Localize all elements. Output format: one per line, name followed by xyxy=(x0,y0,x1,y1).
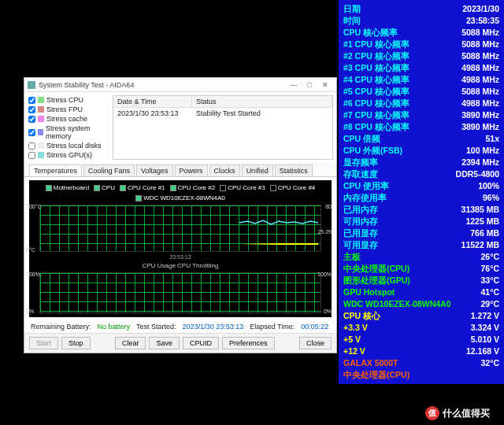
clear-button[interactable]: Clear xyxy=(115,337,146,349)
stress-option[interactable]: Stress CPU xyxy=(28,95,109,105)
stress-checkbox[interactable] xyxy=(28,129,35,136)
log-grid[interactable]: Date & Time Status 2023/1/30 23:53:13Sta… xyxy=(113,95,333,160)
osd-row: CPU 核心频率5088 MHz xyxy=(343,27,499,39)
legend-item[interactable]: CPU Core #2 xyxy=(170,184,216,191)
window-titlebar[interactable]: System Stability Test - AIDA64 — □ ✕ xyxy=(24,78,336,92)
osd-row: GPU Hotspot41°C xyxy=(343,286,499,298)
osd-row: 内存使用率96% xyxy=(343,192,499,204)
legend-item[interactable]: CPU Core #4 xyxy=(270,184,316,191)
cpu-usage-header: CPU Usage CPU Throttling xyxy=(32,261,329,271)
tab-statistics[interactable]: Statistics xyxy=(275,164,313,176)
tab-cooling-fans[interactable]: Cooling Fans xyxy=(83,164,135,176)
app-icon xyxy=(28,81,35,89)
aida64-window: System Stability Test - AIDA64 — □ ✕ Str… xyxy=(24,77,337,353)
osd-row: +3.3 V3.324 V xyxy=(343,322,499,334)
osd-row: #1 CPU 核心频率5088 MHz xyxy=(343,39,499,50)
osd-row: 日期2023/1/30 xyxy=(343,3,499,15)
stress-checkbox[interactable] xyxy=(28,97,35,104)
button-row: Start Stop Clear Save CPUID Preferences … xyxy=(24,333,336,353)
osd-row: 主板26°C xyxy=(343,251,499,263)
start-button[interactable]: Start xyxy=(29,337,58,349)
save-button[interactable]: Save xyxy=(149,337,180,349)
status-row: Remaining Battery: No battery Test Start… xyxy=(24,320,336,333)
osd-row: 时间23:58:35 xyxy=(343,15,499,27)
yr-mid: 25.29 xyxy=(317,229,332,235)
osd-row: #8 CPU 核心频率3890 MHz xyxy=(343,121,499,133)
tab-unified[interactable]: Unified xyxy=(242,164,273,176)
temperature-chart: MotherboardCPUCPU Core #1CPU Core #2CPU … xyxy=(29,180,332,317)
elapsed-label: Elapsed Time: xyxy=(250,323,295,331)
osd-row: +12 V12.168 V xyxy=(343,346,499,357)
legend-item[interactable]: CPU Core #1 xyxy=(120,184,165,191)
cpu-usage-graph: 100% 0% 100% 0% xyxy=(39,272,321,313)
osd-row: +5 V5.010 V xyxy=(343,334,499,346)
watermark-icon: 值 xyxy=(425,406,439,420)
yr-top: 80 xyxy=(325,204,332,209)
cpuid-button[interactable]: CPUID xyxy=(183,337,219,349)
tab-temperatures[interactable]: Temperatures xyxy=(29,164,82,176)
stress-options: Stress CPUStress FPUStress cacheStress s… xyxy=(24,92,113,163)
stress-option[interactable]: Stress local disks xyxy=(28,141,109,150)
osd-row: 已用内存31385 MB xyxy=(343,204,499,216)
stress-checkbox[interactable] xyxy=(28,106,35,113)
osd-row: 可用显存11522 MB xyxy=(343,239,499,251)
y2-top: 100% xyxy=(26,272,40,277)
y2r-bot: 0% xyxy=(324,309,332,314)
stop-button[interactable]: Stop xyxy=(61,337,91,349)
minimize-icon[interactable]: — xyxy=(286,81,302,89)
osd-row: 中央处理器(CPU) xyxy=(343,369,499,381)
window-title: System Stability Test - AIDA64 xyxy=(39,81,286,89)
x-axis-label: 23:53:13 xyxy=(32,253,329,261)
log-row[interactable]: 2023/1/30 23:53:13Stability Test Started xyxy=(113,108,332,119)
osd-row: 图形处理器(GPU)33°C xyxy=(343,275,499,286)
log-header-status[interactable]: Status xyxy=(192,96,332,107)
tab-powers[interactable]: Powers xyxy=(175,164,208,176)
elapsed-value: 00:05:22 xyxy=(301,323,328,331)
osd-row: 可用内存1225 MB xyxy=(343,216,499,227)
osd-row: 显存频率2394 MHz xyxy=(343,157,499,168)
chart-legend2: WDC WD10EZEX-08WN4A0 xyxy=(32,193,329,203)
y2-bot: 0% xyxy=(26,309,34,314)
chart-legend: MotherboardCPUCPU Core #1CPU Core #2CPU … xyxy=(32,183,329,193)
y-axis-bot: 0°C xyxy=(26,247,35,253)
osd-row: #2 CPU 核心频率5088 MHz xyxy=(343,50,499,62)
tab-clocks[interactable]: Clocks xyxy=(209,164,240,176)
osd-panel: 日期2023/1/30时间23:58:35CPU 核心频率5088 MHz#1 … xyxy=(339,0,504,384)
stress-option[interactable]: Stress system memory xyxy=(28,124,109,141)
y2r-top: 100% xyxy=(317,272,332,277)
battery-label: Remaining Battery: xyxy=(31,323,91,331)
started-value: 2023/1/30 23:53:13 xyxy=(183,323,244,331)
osd-row: #3 CPU 核心频率4988 MHz xyxy=(343,62,499,74)
osd-row: CPU 外频(FSB)100 MHz xyxy=(343,145,499,157)
osd-row: CPU 使用率100% xyxy=(343,180,499,192)
stress-checkbox[interactable] xyxy=(28,152,35,159)
legend-item[interactable]: CPU Core #3 xyxy=(220,184,265,191)
watermark: 值 什么值得买 xyxy=(425,406,490,420)
legend-item[interactable]: Motherboard xyxy=(46,184,89,191)
close-button[interactable]: Close xyxy=(299,337,332,349)
osd-row: #6 CPU 核心频率4988 MHz xyxy=(343,98,499,109)
close-icon[interactable]: ✕ xyxy=(317,81,333,89)
stress-checkbox[interactable] xyxy=(28,142,35,150)
osd-row: #7 CPU 核心频率3890 MHz xyxy=(343,109,499,121)
osd-row: #4 CPU 核心频率4988 MHz xyxy=(343,74,499,86)
osd-row: 中央处理器(CPU)76°C xyxy=(343,263,499,275)
preferences-button[interactable]: Preferences xyxy=(222,337,275,349)
y-axis-top: 100°C xyxy=(26,204,42,209)
log-header-date[interactable]: Date & Time xyxy=(113,96,192,107)
maximize-icon[interactable]: □ xyxy=(302,81,317,89)
legend-item[interactable]: CPU xyxy=(94,184,115,191)
tab-bar: TemperaturesCooling FansVoltagesPowersCl… xyxy=(24,163,336,177)
osd-row: WDC WD10EZEX-08WN4A029°C xyxy=(343,298,499,310)
stress-checkbox[interactable] xyxy=(28,116,35,123)
stress-option[interactable]: Stress GPU(s) xyxy=(28,150,109,160)
osd-row: CPU 核心1.272 V xyxy=(343,310,499,322)
osd-row: 存取速度DDR5-4800 xyxy=(343,168,499,180)
stress-option[interactable]: Stress cache xyxy=(28,114,109,124)
started-label: Test Started: xyxy=(136,323,176,331)
stress-option[interactable]: Stress FPU xyxy=(28,105,109,114)
watermark-text: 什么值得买 xyxy=(443,407,490,420)
osd-row: GALAX 5000T32°C xyxy=(343,357,499,369)
battery-value: No battery xyxy=(98,323,131,331)
tab-voltages[interactable]: Voltages xyxy=(136,164,173,176)
